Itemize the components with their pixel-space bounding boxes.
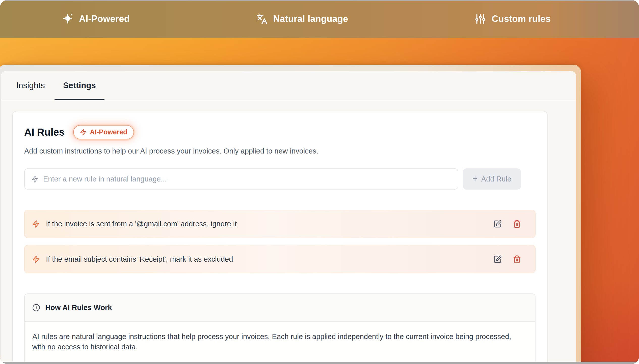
edit-icon	[493, 220, 502, 228]
rule-actions	[493, 220, 521, 228]
rule-row: If the invoice is sent from a '@gmail.co…	[24, 210, 536, 238]
zap-icon	[32, 220, 40, 228]
feature-label: Custom rules	[492, 14, 551, 24]
info-box-header: How AI Rules Work	[25, 294, 535, 322]
rule-text: If the email subject contains 'Receipt',…	[46, 255, 487, 263]
feature-item-custom-rules: Custom rules	[474, 13, 551, 25]
settings-panel: AI Rules AI-Powered Add custom instructi…	[1, 100, 576, 364]
zap-icon	[80, 129, 87, 136]
frame-top-edge	[0, 0, 639, 1]
rule-actions	[493, 255, 521, 263]
trash-icon	[513, 255, 521, 263]
ai-rules-card: AI Rules AI-Powered Add custom instructi…	[12, 111, 548, 364]
frame-bottom-edge	[0, 362, 639, 364]
ai-powered-badge: AI-Powered	[73, 125, 134, 139]
add-rule-button[interactable]: + Add Rule	[463, 168, 521, 190]
delete-rule-button[interactable]	[513, 255, 521, 263]
tab-settings[interactable]: Settings	[61, 71, 98, 100]
add-rule-label: Add Rule	[481, 175, 511, 183]
tab-insights[interactable]: Insights	[14, 71, 47, 100]
feature-item-natural-language: Natural language	[256, 13, 348, 25]
card-header: AI Rules AI-Powered	[24, 125, 536, 139]
new-rule-input[interactable]	[43, 175, 451, 184]
info-icon	[32, 304, 40, 312]
badge-label: AI-Powered	[90, 128, 127, 136]
rules-list: If the invoice is sent from a '@gmail.co…	[24, 210, 536, 273]
feature-label: Natural language	[273, 14, 348, 24]
sparkles-icon	[62, 13, 73, 25]
card-title: AI Rules	[24, 127, 65, 138]
new-rule-row: + Add Rule	[24, 168, 521, 190]
how-ai-rules-work-box: How AI Rules Work AI rules are natural l…	[24, 293, 536, 364]
delete-rule-button[interactable]	[513, 220, 521, 228]
plus-icon: +	[472, 173, 478, 184]
zap-icon	[32, 255, 40, 263]
feature-item-ai-powered: AI-Powered	[62, 13, 130, 25]
screenshot-canvas: AI-Powered Natural language Custom rules…	[0, 0, 639, 364]
info-box-title: How AI Rules Work	[45, 304, 112, 312]
sliders-icon	[474, 13, 486, 25]
feature-label: AI-Powered	[79, 14, 130, 24]
window-content: Insights Settings AI Rules AI-Powered	[1, 71, 576, 364]
trash-icon	[513, 220, 521, 228]
info-box-body: AI rules are natural language instructio…	[25, 322, 519, 364]
tab-label: Insights	[16, 81, 45, 90]
zap-icon	[31, 175, 39, 183]
feature-bar: AI-Powered Natural language Custom rules	[0, 0, 639, 38]
edit-rule-button[interactable]	[493, 220, 502, 228]
rule-text: If the invoice is sent from a '@gmail.co…	[46, 220, 487, 228]
rule-row: If the email subject contains 'Receipt',…	[24, 245, 536, 273]
tab-label: Settings	[63, 81, 96, 90]
rule-input-wrapper	[24, 168, 458, 190]
edit-rule-button[interactable]	[493, 255, 502, 263]
card-description: Add custom instructions to help our AI p…	[24, 147, 536, 155]
app-window: Insights Settings AI Rules AI-Powered	[0, 65, 581, 364]
tab-bar: Insights Settings	[1, 71, 576, 100]
edit-icon	[493, 255, 502, 263]
languages-icon	[256, 13, 268, 25]
